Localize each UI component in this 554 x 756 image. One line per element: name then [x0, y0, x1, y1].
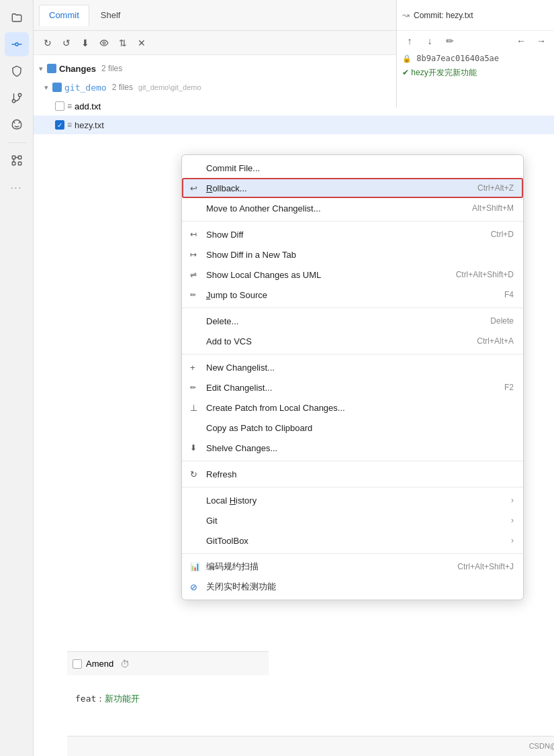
- changes-label: Changes: [59, 64, 96, 74]
- menu-gittoolbox[interactable]: GitToolBox ›: [182, 530, 523, 551]
- menu-edit-changelist[interactable]: ✏ Edit Changelist... F2: [182, 377, 523, 397]
- file-name-hezy: hezy.txt: [75, 120, 104, 130]
- menu-show-uml[interactable]: ⇌ Show Local Changes as UML Ctrl+Alt+Shi…: [182, 265, 523, 285]
- menu-close-detect[interactable]: ⊘ 关闭实时检测功能: [182, 577, 523, 597]
- menu-refresh[interactable]: ↻ Refresh: [182, 464, 523, 484]
- refresh-btn[interactable]: ↻: [39, 35, 56, 51]
- menu-add-vcs[interactable]: Add to VCS Ctrl+Alt+A: [182, 331, 523, 351]
- commit-title: Commit: hezy.txt: [414, 11, 473, 20]
- right-nav-row: ↑ ↓ ✏ ← →: [397, 31, 554, 51]
- file-checkbox-hezy[interactable]: ✓: [55, 120, 64, 130]
- amend-checkbox[interactable]: [73, 659, 82, 669]
- sidebar-divider: [7, 142, 26, 143]
- menu-copy-patch[interactable]: Copy as Patch to Clipboard: [182, 418, 523, 438]
- jump-source-icon: ✏: [190, 291, 196, 299]
- amend-clock-icon[interactable]: ⏱: [120, 659, 130, 669]
- right-panel: ↝ Commit: hezy.txt ↑ ↓ ✏ ← → 🔒 8b9a7eac0…: [396, 0, 554, 107]
- folder-name: git_demo: [64, 83, 107, 93]
- menu-show-diff-shortcut: Ctrl+D: [491, 230, 514, 239]
- sidebar-icon-more[interactable]: ···: [5, 175, 29, 199]
- sidebar-icon-cat[interactable]: [5, 113, 29, 137]
- show-diff-tab-icon: ↦: [190, 250, 197, 259]
- menu-commit-file-label: Commit File...: [206, 163, 260, 173]
- sidebar-icon-folder[interactable]: [5, 5, 29, 30]
- menu-local-history[interactable]: Local History ›: [182, 490, 523, 510]
- edit-changelist-icon: ✏: [190, 383, 196, 392]
- undo-btn[interactable]: ↺: [58, 35, 75, 51]
- bottom-bar: CSDN@何中应: [67, 736, 554, 756]
- menu-jump-source-label: Jump to Source: [206, 290, 267, 300]
- menu-add-vcs-shortcut: Ctrl+Alt+A: [477, 336, 514, 346]
- sidebar-icon-shield[interactable]: [5, 59, 29, 83]
- nav-forward[interactable]: →: [534, 34, 549, 48]
- menu-close-detect-label: 关闭实时检测功能: [206, 581, 276, 593]
- sidebar-icon-nodes[interactable]: [5, 148, 29, 173]
- nav-edit[interactable]: ✏: [443, 34, 457, 48]
- menu-create-patch[interactable]: ⊥ Create Patch from Local Changes...: [182, 397, 523, 418]
- menu-new-changelist[interactable]: + New Changelist...: [182, 357, 523, 377]
- close-btn[interactable]: ✕: [133, 35, 150, 51]
- file-row-hezy[interactable]: ✓ ≡ hezy.txt: [34, 115, 554, 134]
- tab-shelf[interactable]: Shelf: [91, 5, 131, 26]
- menu-code-scan-shortcut: Ctrl+Alt+Shift+J: [457, 562, 514, 571]
- divider-1: [182, 221, 523, 222]
- close-detect-icon: ⊘: [190, 582, 197, 592]
- menu-delete[interactable]: Delete... Delete: [182, 311, 523, 331]
- nav-back[interactable]: ←: [514, 34, 528, 48]
- menu-gittoolbox-label: GitToolBox: [206, 536, 248, 546]
- sort-btn[interactable]: ⇅: [114, 35, 132, 51]
- nav-up[interactable]: ↑: [402, 34, 417, 48]
- folder-count: 2 files: [112, 83, 133, 92]
- svg-rect-6: [12, 156, 15, 159]
- show-diff-icon: ↤: [190, 230, 197, 239]
- changes-count: 2 files: [101, 64, 122, 73]
- sidebar-icon-commit[interactable]: [5, 32, 29, 56]
- sidebar-icon-branches[interactable]: [5, 86, 29, 110]
- menu-show-diff[interactable]: ↤ Show Diff Ctrl+D: [182, 224, 523, 244]
- menu-delete-label: Delete...: [206, 316, 238, 326]
- amend-label: Amend: [86, 659, 113, 669]
- commit-msg-bar: feat： 新功能开: [67, 682, 443, 716]
- menu-shelve[interactable]: ⬇ Shelve Changes...: [182, 438, 523, 458]
- menu-jump-source[interactable]: ✏ Jump to Source F4: [182, 285, 523, 305]
- svg-point-4: [18, 93, 21, 97]
- menu-move-changelist[interactable]: Move to Another Changelist... Alt+Shift+…: [182, 198, 523, 218]
- menu-code-scan[interactable]: 📊 编码规约扫描 Ctrl+Alt+Shift+J: [182, 557, 523, 577]
- divider-3: [182, 354, 523, 355]
- menu-commit-file[interactable]: Commit File...: [182, 158, 523, 178]
- menu-add-vcs-label: Add to VCS: [206, 336, 252, 346]
- menu-rollback-label: Rollback...: [206, 183, 247, 193]
- menu-show-diff-tab[interactable]: ↦ Show Diff in a New Tab: [182, 244, 523, 265]
- menu-code-scan-label: 编码规约扫描: [206, 561, 259, 573]
- download-btn[interactable]: ⬇: [77, 35, 94, 51]
- svg-point-0: [15, 43, 18, 46]
- right-panel-header: ↝ Commit: hezy.txt: [397, 0, 554, 31]
- changes-icon: [47, 64, 56, 73]
- feat-value: 新功能开: [105, 693, 140, 705]
- gittoolbox-arrow: ›: [511, 536, 514, 545]
- nav-down[interactable]: ↓: [422, 34, 437, 48]
- menu-delete-shortcut: Delete: [490, 316, 514, 326]
- main-area: Commit Shelf ↻ ↺ ⬇ ⇅ ✕ ▾ Changes 2 files: [34, 0, 554, 756]
- view-btn[interactable]: [95, 35, 113, 51]
- menu-show-uml-label: Show Local Changes as UML: [206, 270, 321, 280]
- commit-hash-row: 🔒 8b9a7eac01640a5ae: [397, 51, 554, 66]
- menu-copy-patch-label: Copy as Patch to Clipboard: [206, 423, 312, 433]
- divider-6: [182, 553, 523, 554]
- new-changelist-icon: +: [190, 363, 195, 373]
- menu-show-uml-shortcut: Ctrl+Alt+Shift+D: [456, 270, 514, 279]
- sidebar: ···: [0, 0, 34, 756]
- menu-git-label: Git: [206, 516, 218, 526]
- file-checkbox-add[interactable]: [55, 101, 64, 111]
- svg-point-12: [103, 42, 105, 44]
- create-patch-icon: ⊥: [190, 403, 197, 413]
- menu-show-diff-tab-label: Show Diff in a New Tab: [206, 250, 296, 260]
- menu-git[interactable]: Git ›: [182, 510, 523, 530]
- svg-point-5: [12, 99, 15, 103]
- menu-rollback[interactable]: ↩ Rollback... Ctrl+Alt+Z: [182, 178, 523, 198]
- tab-commit[interactable]: Commit: [39, 5, 89, 26]
- menu-rollback-shortcut: Ctrl+Alt+Z: [477, 183, 514, 193]
- folder-icon: [52, 83, 62, 92]
- menu-create-patch-label: Create Patch from Local Changes...: [206, 403, 345, 413]
- menu-shelve-label: Shelve Changes...: [206, 443, 277, 453]
